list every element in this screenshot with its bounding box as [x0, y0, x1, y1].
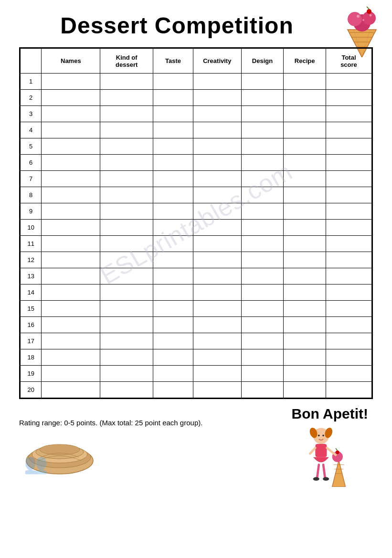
- row-number: 15: [21, 301, 42, 317]
- row-taste: [153, 268, 193, 284]
- svg-rect-35: [315, 444, 327, 457]
- row-total: [326, 106, 371, 122]
- row-name: [42, 90, 100, 106]
- row-recipe: [284, 220, 326, 236]
- row-total: [326, 252, 371, 268]
- row-creativity: [193, 333, 241, 349]
- row-kind: [100, 252, 153, 268]
- row-creativity: [193, 155, 241, 171]
- svg-line-39: [323, 465, 325, 478]
- row-taste: [153, 349, 193, 366]
- svg-line-38: [317, 465, 319, 478]
- header-design: Design: [241, 49, 284, 74]
- table-row: 6: [21, 155, 372, 171]
- row-recipe: [284, 349, 326, 366]
- row-taste: [153, 317, 193, 333]
- row-name: [42, 155, 100, 171]
- row-number: 8: [21, 187, 42, 203]
- row-number: 13: [21, 268, 42, 284]
- row-total: [326, 187, 371, 203]
- row-total: [326, 268, 371, 284]
- row-recipe: [284, 317, 326, 333]
- row-number: 1: [21, 74, 42, 90]
- row-design: [241, 284, 284, 301]
- row-creativity: [193, 171, 241, 187]
- row-design: [241, 252, 284, 268]
- header-kind: Kind ofdessert: [100, 49, 153, 74]
- table-row: 17: [21, 333, 372, 349]
- row-total: [326, 236, 371, 252]
- row-recipe: [284, 90, 326, 106]
- table-row: 13: [21, 268, 372, 284]
- row-total: [326, 203, 371, 220]
- row-taste: [153, 301, 193, 317]
- row-design: [241, 74, 284, 90]
- row-recipe: [284, 268, 326, 284]
- row-number: 11: [21, 236, 42, 252]
- table-row: 11: [21, 236, 372, 252]
- row-name: [42, 203, 100, 220]
- row-recipe: [284, 106, 326, 122]
- header-recipe: Recipe: [284, 49, 326, 74]
- row-kind: [100, 333, 153, 349]
- row-kind: [100, 349, 153, 366]
- row-design: [241, 349, 284, 366]
- row-design: [241, 155, 284, 171]
- row-recipe: [284, 333, 326, 349]
- row-number: 5: [21, 138, 42, 155]
- row-recipe: [284, 187, 326, 203]
- row-kind: [100, 155, 153, 171]
- table-row: 16: [21, 317, 372, 333]
- row-kind: [100, 366, 153, 382]
- row-design: [241, 187, 284, 203]
- bon-apetit-text: Bon Apetit!: [291, 406, 368, 422]
- row-total: [326, 301, 371, 317]
- row-recipe: [284, 203, 326, 220]
- table-row: 10: [21, 220, 372, 236]
- row-creativity: [193, 138, 241, 155]
- row-total: [326, 220, 371, 236]
- table-row: 20: [21, 382, 372, 398]
- row-design: [241, 268, 284, 284]
- row-taste: [153, 236, 193, 252]
- row-recipe: [284, 122, 326, 138]
- svg-point-13: [370, 14, 372, 17]
- rating-text: Rating range: 0-5 points. (Max total: 25…: [19, 419, 202, 427]
- row-kind: [100, 106, 153, 122]
- row-design: [241, 301, 284, 317]
- row-total: [326, 382, 371, 398]
- svg-point-40: [313, 477, 319, 481]
- row-creativity: [193, 236, 241, 252]
- row-taste: [153, 155, 193, 171]
- row-taste: [153, 252, 193, 268]
- row-recipe: [284, 284, 326, 301]
- row-kind: [100, 268, 153, 284]
- svg-line-36: [310, 448, 315, 453]
- row-number: 18: [21, 349, 42, 366]
- table-row: 12: [21, 252, 372, 268]
- svg-point-14: [362, 19, 364, 21]
- svg-point-33: [318, 434, 320, 436]
- row-kind: [100, 138, 153, 155]
- header-creativity: Creativity: [193, 49, 241, 74]
- row-creativity: [193, 90, 241, 106]
- row-taste: [153, 382, 193, 398]
- row-design: [241, 333, 284, 349]
- table-row: 8: [21, 187, 372, 203]
- row-name: [42, 122, 100, 138]
- table-row: 5: [21, 138, 372, 155]
- svg-point-28: [336, 451, 339, 454]
- row-creativity: [193, 284, 241, 301]
- score-table-container: ESLprintables.com Names Kind ofdessert T…: [19, 47, 373, 399]
- row-recipe: [284, 252, 326, 268]
- row-number: 16: [21, 317, 42, 333]
- row-kind: [100, 187, 153, 203]
- row-number: 19: [21, 366, 42, 382]
- svg-point-41: [323, 477, 329, 481]
- row-creativity: [193, 268, 241, 284]
- croissant-icon: 👥: [19, 434, 100, 487]
- row-taste: [153, 220, 193, 236]
- row-total: [326, 333, 371, 349]
- row-number: 14: [21, 284, 42, 301]
- row-name: [42, 366, 100, 382]
